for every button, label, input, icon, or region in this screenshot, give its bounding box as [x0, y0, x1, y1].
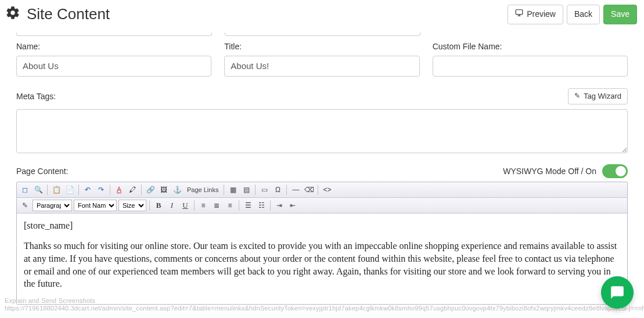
indent-icon[interactable]: ⇥ [274, 200, 285, 211]
special-char-icon[interactable]: Ω [272, 184, 283, 196]
italic-icon[interactable]: I [166, 200, 178, 211]
page-content-label: Page Content: [16, 167, 69, 176]
ol-icon[interactable]: ☰ [242, 200, 254, 211]
size-select[interactable]: Size [118, 200, 146, 211]
chat-icon [610, 285, 625, 300]
name-label: Name: [16, 42, 211, 51]
editor-toolbar-1: ◻ 🔍 📋 📄 ↶ ↷ A 🖍 🔗 🖼 ⚓ Page Links ▦ ▤ ▭ Ω… [17, 182, 627, 198]
back-button[interactable]: Back [567, 5, 600, 24]
title-col: Title: [224, 42, 419, 77]
text-color-icon[interactable]: A [113, 184, 125, 196]
overlay-title: Explain and Send Screenshots [5, 297, 644, 305]
remove-format-icon[interactable]: ✎ [19, 200, 31, 211]
meta-tags-textarea[interactable] [16, 109, 628, 153]
overlay-url: https://719618802440.3dcart.net/admin/si… [5, 305, 644, 312]
tag-wizard-button[interactable]: ✎ Tag Wizard [568, 88, 628, 104]
paste-icon[interactable]: 📋 [51, 184, 62, 196]
paragraph-select[interactable]: Paragraph [33, 200, 72, 211]
meta-label: Meta Tags: [16, 92, 56, 101]
content-area: Name: Title: Custom File Name: Meta Tags… [0, 32, 644, 305]
align-right-icon[interactable]: ≡ [224, 200, 236, 211]
wysiwyg-toggle[interactable] [602, 164, 628, 178]
ul-icon[interactable]: ☷ [256, 200, 267, 211]
header-actions: Preview Back Save [508, 5, 637, 24]
page-links-button[interactable]: Page Links [185, 186, 221, 193]
name-input[interactable] [16, 56, 211, 77]
bg-color-icon[interactable]: 🖍 [127, 184, 138, 196]
editor-body-text: Thanks so much for visiting our online s… [24, 240, 620, 290]
custom-file-label: Custom File Name: [433, 42, 628, 51]
editor-body[interactable]: [store_name] Thanks so much for visiting… [17, 214, 627, 304]
fullscreen-icon[interactable]: ◻ [19, 184, 31, 196]
toggle-knob [616, 166, 626, 176]
svg-rect-0 [516, 10, 523, 15]
page-content-row: Page Content: WYSIWYG Mode Off / On [16, 164, 628, 178]
image-icon[interactable]: 🖼 [158, 184, 170, 196]
custom-file-input[interactable] [433, 56, 628, 77]
editor-line-1: [store_name] [24, 219, 620, 232]
page-header: Site Content Preview Back Save [0, 0, 644, 32]
editor-toolbar-2: ✎ Paragraph Font Name Size B I U ≡ ≣ ≡ ☰… [17, 198, 627, 214]
preview-label: Preview [527, 9, 556, 20]
rich-text-editor: ◻ 🔍 📋 📄 ↶ ↷ A 🖍 🔗 🖼 ⚓ Page Links ▦ ▤ ▭ Ω… [16, 182, 628, 305]
table-props-icon[interactable]: ▤ [240, 184, 252, 196]
table-insert-icon[interactable]: ▦ [227, 184, 239, 196]
wysiwyg-label: WYSIWYG Mode Off / On [503, 167, 596, 176]
title-input[interactable] [224, 56, 419, 77]
paste-word-icon[interactable]: 📄 [64, 184, 75, 196]
source-icon[interactable]: <> [321, 184, 333, 196]
custom-file-col: Custom File Name: [433, 42, 628, 77]
extension-overlay: Explain and Send Screenshots https://719… [5, 297, 644, 312]
preview-button[interactable]: Preview [508, 5, 563, 24]
undo-icon[interactable]: ↶ [82, 184, 93, 196]
chat-widget-button[interactable] [601, 276, 634, 309]
cogs-icon [5, 5, 21, 24]
name-col: Name: [16, 42, 211, 77]
font-select[interactable]: Font Name [74, 200, 117, 211]
hr-icon[interactable]: — [290, 184, 301, 196]
meta-row: Meta Tags: ✎ Tag Wizard [16, 88, 628, 104]
anchor-icon[interactable]: ⚓ [171, 184, 183, 196]
preview-tool-icon[interactable]: 🔍 [33, 184, 44, 196]
bold-icon[interactable]: B [153, 200, 164, 211]
prior-row-remnant [16, 32, 628, 36]
page-title: Site Content [27, 5, 110, 23]
outdent-icon[interactable]: ⇤ [287, 200, 298, 211]
align-center-icon[interactable]: ≣ [211, 200, 222, 211]
eraser-icon[interactable]: ⌫ [303, 184, 315, 196]
fields-row: Name: Title: Custom File Name: [16, 42, 628, 77]
title-label: Title: [224, 42, 419, 51]
link-icon[interactable]: 🔗 [145, 184, 156, 196]
redo-icon[interactable]: ↷ [95, 184, 107, 196]
monitor-icon [515, 9, 523, 20]
align-left-icon[interactable]: ≡ [197, 200, 209, 211]
underline-icon[interactable]: U [179, 200, 191, 211]
pencil-icon: ✎ [574, 91, 580, 101]
div-icon[interactable]: ▭ [258, 184, 270, 196]
save-button[interactable]: Save [603, 5, 637, 24]
